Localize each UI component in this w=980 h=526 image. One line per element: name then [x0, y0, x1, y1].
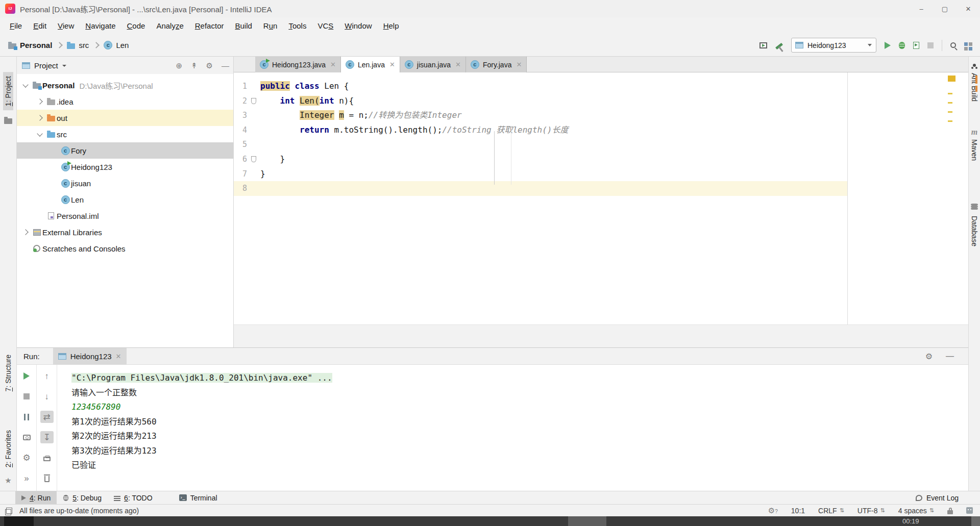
- run-settings-gear-icon[interactable]: ⚙: [925, 352, 933, 361]
- close-icon[interactable]: ✕: [455, 61, 461, 68]
- gear-status-icon[interactable]: ⚙?: [768, 507, 778, 514]
- tree-row-personal[interactable]: PersonalD:\Java练习\Personal: [17, 77, 233, 93]
- tool-stripe-project[interactable]: 1: Project: [3, 72, 13, 110]
- tree-row-src[interactable]: src: [17, 126, 233, 142]
- soft-wrap-button[interactable]: ⇄: [40, 411, 54, 423]
- project-panel-title[interactable]: Project: [34, 61, 58, 70]
- editor-tab-heidong123-java[interactable]: Heidong123.java✕: [255, 57, 341, 72]
- close-icon[interactable]: ✕: [516, 61, 522, 68]
- fold-marker-icon[interactable]: [251, 156, 256, 162]
- menu-help[interactable]: Help: [378, 19, 405, 32]
- ant-icon[interactable]: [973, 64, 976, 67]
- menu-build[interactable]: Build: [229, 19, 257, 32]
- menu-window[interactable]: Window: [339, 19, 377, 32]
- prev-occurrence-button[interactable]: ↑: [40, 370, 54, 382]
- menu-analyze[interactable]: Analyze: [151, 19, 189, 32]
- toolwindow-toggle-icon[interactable]: [6, 508, 12, 514]
- warning-mark[interactable]: [948, 102, 952, 104]
- code-line-7[interactable]: 7}: [234, 167, 968, 182]
- code-area[interactable]: 1public class Len {2 int Len(int n){3 In…: [234, 72, 968, 324]
- code-line-3[interactable]: 3 Integer m = n;//转换为包装类Integer: [234, 108, 968, 123]
- close-icon[interactable]: ✕: [389, 61, 395, 68]
- line-separator-widget[interactable]: CRLF⇅: [818, 507, 844, 515]
- fold-marker-icon[interactable]: [251, 98, 256, 104]
- caret-position-widget[interactable]: 10:1: [791, 507, 805, 515]
- rerun-button[interactable]: [20, 370, 33, 382]
- indent-widget[interactable]: 4 spaces⇅: [898, 507, 934, 515]
- toolwindow-tab-4-run[interactable]: 4: Run: [15, 491, 57, 504]
- settings-button[interactable]: ⚙: [20, 452, 33, 464]
- build-hammer-icon[interactable]: [775, 43, 783, 49]
- editor-tab-jisuan-java[interactable]: jisuan.java✕: [400, 57, 466, 72]
- run-with-coverage-button[interactable]: [913, 42, 919, 49]
- breadcrumb-item-len[interactable]: Len: [104, 41, 129, 49]
- tool-stripe-structure[interactable]: 7: Structure: [3, 352, 13, 394]
- menu-tools[interactable]: Tools: [283, 19, 312, 32]
- event-log[interactable]: Event Log: [916, 494, 959, 502]
- code-line-4[interactable]: 4 return m.toString().length();//toStrin…: [234, 123, 968, 138]
- error-stripe-square[interactable]: [948, 76, 955, 82]
- tree-row-heidong123[interactable]: Heidong123: [17, 159, 233, 175]
- chevron-down-icon[interactable]: [62, 65, 66, 67]
- editor-tab-fory-java[interactable]: Fory.java✕: [466, 57, 527, 72]
- code-line-2[interactable]: 2 int Len(int n){: [234, 94, 968, 109]
- stop-button[interactable]: [927, 42, 934, 48]
- hide-panel-icon[interactable]: —: [222, 62, 229, 69]
- menu-run[interactable]: Run: [258, 19, 283, 32]
- tool-stripe-favorites[interactable]: 2: Favorites: [3, 427, 13, 470]
- breadcrumb-item-src[interactable]: src: [67, 41, 89, 49]
- debug-button[interactable]: [899, 42, 905, 49]
- hector-inspections-icon[interactable]: [966, 507, 973, 514]
- menu-view[interactable]: View: [52, 19, 80, 32]
- tree-row-fory[interactable]: Fory: [17, 142, 233, 159]
- warning-mark[interactable]: [948, 120, 952, 122]
- run-tab[interactable]: Heidong123 ✕: [53, 348, 127, 365]
- more-button[interactable]: »: [20, 472, 33, 484]
- tree-row-scratches-and-consoles[interactable]: Scratches and Consoles: [17, 240, 233, 257]
- stop-button[interactable]: [20, 390, 33, 403]
- tool-stripe-database[interactable]: Database: [970, 216, 978, 246]
- minimize-button[interactable]: –: [910, 0, 933, 17]
- tree-row-out[interactable]: out: [17, 110, 233, 126]
- tree-row-personal-iml[interactable]: Personal.iml: [17, 208, 233, 224]
- scroll-to-end-button[interactable]: ↧: [40, 431, 54, 443]
- menu-file[interactable]: File: [4, 19, 28, 32]
- tool-stripe-maven[interactable]: Maven: [970, 139, 978, 161]
- print-button[interactable]: [40, 452, 54, 464]
- close-icon[interactable]: ✕: [330, 61, 336, 68]
- settings-icon[interactable]: ⚙: [206, 62, 213, 69]
- toolwindow-tab-5-debug[interactable]: 5: Debug: [57, 491, 108, 504]
- code-line-8[interactable]: 8: [234, 181, 968, 196]
- run-console[interactable]: "C:\Program Files\Java\jdk1.8.0_201\bin\…: [57, 365, 968, 491]
- next-occurrence-button[interactable]: ↓: [40, 390, 54, 403]
- maven-icon[interactable]: m: [971, 128, 977, 136]
- code-line-6[interactable]: 6 }: [234, 152, 968, 167]
- pause-output-button[interactable]: [20, 411, 33, 423]
- event-log-button[interactable]: Event Log: [926, 494, 959, 502]
- minimize-panel-icon[interactable]: —: [946, 352, 954, 361]
- database-icon[interactable]: [971, 204, 978, 206]
- tree-row-jisuan[interactable]: jisuan: [17, 175, 233, 191]
- lock-icon[interactable]: [947, 510, 953, 514]
- encoding-widget[interactable]: UTF-8⇅: [857, 507, 885, 515]
- open-in-window-icon[interactable]: [760, 42, 767, 48]
- menu-vcs[interactable]: VCS: [312, 19, 339, 32]
- menu-refactor[interactable]: Refactor: [189, 19, 230, 32]
- project-files-icon[interactable]: [4, 118, 12, 124]
- collapse-all-icon[interactable]: ↟: [191, 62, 198, 69]
- toolwindow-tab-6-todo[interactable]: 6: TODO: [108, 491, 159, 504]
- tree-row-external-libraries[interactable]: External Libraries: [17, 224, 233, 240]
- locate-icon[interactable]: ⊕: [176, 62, 182, 69]
- favorites-star-icon[interactable]: ★: [5, 476, 11, 485]
- warning-mark[interactable]: [948, 93, 952, 94]
- code-line-5[interactable]: 5: [234, 137, 968, 152]
- run-configuration-select[interactable]: Heidong123: [791, 38, 876, 53]
- tree-row-len[interactable]: Len: [17, 191, 233, 208]
- menu-edit[interactable]: Edit: [28, 19, 52, 32]
- search-everywhere-icon[interactable]: [950, 42, 956, 48]
- thread-dump-button[interactable]: [20, 431, 33, 443]
- clear-all-button[interactable]: [40, 472, 54, 484]
- toolwindow-tab-terminal[interactable]: Terminal: [173, 491, 224, 504]
- breadcrumb-item-personal[interactable]: Personal: [8, 41, 52, 49]
- menu-navigate[interactable]: Navigate: [80, 19, 121, 32]
